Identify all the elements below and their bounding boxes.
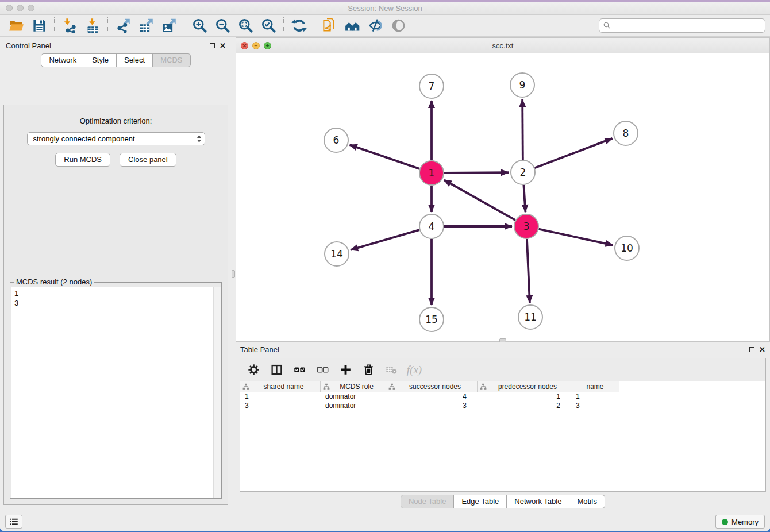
network-canvas[interactable]: 7968124314101511 bbox=[236, 54, 769, 341]
home-icon[interactable] bbox=[341, 17, 364, 34]
cell-successor-nodes[interactable]: 3 bbox=[386, 402, 478, 411]
zoom-in-icon[interactable] bbox=[188, 17, 211, 34]
column-header-successor-nodes[interactable]: successor nodes bbox=[386, 381, 478, 392]
float-panel-icon[interactable] bbox=[210, 43, 215, 48]
window-titlebar: Session: New Session bbox=[0, 2, 770, 15]
tab-motifs[interactable]: Motifs bbox=[569, 495, 605, 508]
mcds-result-group: MCDS result (2 nodes) 1 3 bbox=[10, 282, 222, 499]
export-network-icon[interactable] bbox=[111, 17, 134, 34]
edge-3-1[interactable] bbox=[444, 180, 515, 220]
edge-3-10[interactable] bbox=[538, 229, 613, 245]
edge-1-6[interactable] bbox=[350, 145, 420, 169]
table-tabs: Node TableEdge TableNetwork TableMotifs bbox=[236, 495, 770, 508]
mcds-panel: Optimization criterion: strongly connect… bbox=[3, 105, 228, 505]
edge-2-8[interactable] bbox=[535, 138, 613, 168]
edge-1-2[interactable] bbox=[444, 172, 509, 173]
window-controls bbox=[6, 5, 34, 11]
cell-shared-name[interactable]: 3 bbox=[240, 402, 321, 411]
close-table-panel-icon[interactable]: ✕ bbox=[759, 347, 765, 352]
cell-successor-nodes[interactable]: 4 bbox=[386, 392, 478, 402]
cell-shared-name[interactable]: 1 bbox=[240, 392, 321, 402]
zoom-selected-icon[interactable] bbox=[257, 17, 280, 34]
table-row[interactable]: 3dominator323 bbox=[240, 402, 765, 411]
optimization-criterion-dropdown[interactable]: strongly connected component bbox=[27, 132, 205, 145]
table-header-row: shared nameMCDS rolesuccessor nodesprede… bbox=[240, 381, 765, 392]
status-bar: Memory bbox=[0, 512, 770, 531]
edge-4-14[interactable] bbox=[351, 230, 419, 250]
run-mcds-button[interactable]: Run MCDS bbox=[55, 153, 110, 167]
deselect-all-icon[interactable] bbox=[315, 363, 330, 377]
open-folder-icon[interactable] bbox=[5, 17, 28, 34]
column-header-label: name bbox=[573, 383, 617, 391]
maximize-window-button[interactable] bbox=[28, 5, 34, 11]
network-view-window: ✕ − + scc.txt 7968124314101511 bbox=[236, 37, 770, 342]
save-icon[interactable] bbox=[28, 17, 51, 34]
cell-MCDS-role[interactable]: dominator bbox=[321, 402, 386, 411]
table-row[interactable]: 1dominator411 bbox=[240, 392, 765, 402]
export-table-icon[interactable] bbox=[134, 17, 157, 34]
splitter-grip[interactable] bbox=[232, 270, 235, 278]
cell-predecessor-nodes[interactable]: 2 bbox=[478, 402, 571, 411]
column-header-shared-name[interactable]: shared name bbox=[240, 381, 321, 392]
network-minimize-button[interactable]: − bbox=[252, 42, 260, 49]
export-image-icon[interactable] bbox=[157, 17, 180, 34]
node-label-3: 3 bbox=[523, 221, 530, 232]
column-header-label: shared name bbox=[249, 383, 318, 391]
eye-disabled-icon bbox=[387, 17, 410, 34]
tab-network-table[interactable]: Network Table bbox=[507, 495, 569, 508]
list-icon bbox=[9, 516, 19, 527]
column-header-name[interactable]: name bbox=[571, 381, 619, 392]
edge-2-9[interactable] bbox=[522, 99, 523, 160]
search-input[interactable] bbox=[614, 21, 761, 30]
float-table-panel-icon[interactable] bbox=[749, 347, 754, 352]
close-panel-button[interactable]: Close panel bbox=[120, 153, 176, 167]
cell-name[interactable]: 3 bbox=[571, 402, 619, 411]
cell-name[interactable]: 1 bbox=[571, 392, 619, 402]
mcds-result-list: 1 3 bbox=[14, 288, 213, 498]
dropdown-stepper-icon bbox=[196, 134, 202, 143]
edge-3-11[interactable] bbox=[527, 239, 530, 303]
toolbar-separator bbox=[54, 17, 55, 34]
minimize-window-button[interactable] bbox=[17, 5, 24, 11]
hide-panel-icon[interactable] bbox=[364, 17, 387, 34]
gear-icon[interactable] bbox=[246, 363, 261, 377]
network-window-titlebar: ✕ − + scc.txt bbox=[236, 38, 769, 53]
memory-status-icon bbox=[722, 519, 728, 525]
tab-select[interactable]: Select bbox=[117, 53, 153, 67]
tab-network[interactable]: Network bbox=[41, 53, 84, 67]
import-table-icon[interactable] bbox=[81, 17, 104, 34]
zoom-out-icon[interactable] bbox=[211, 17, 234, 34]
search-icon bbox=[603, 21, 611, 30]
select-all-icon[interactable] bbox=[292, 363, 307, 377]
task-history-button[interactable] bbox=[5, 515, 22, 529]
result-scrollbar[interactable] bbox=[213, 287, 221, 498]
cell-MCDS-role[interactable]: dominator bbox=[321, 392, 386, 402]
close-window-button[interactable] bbox=[6, 5, 13, 11]
optimization-criterion-label: Optimization criterion: bbox=[4, 117, 228, 125]
network-maximize-button[interactable]: + bbox=[264, 42, 271, 49]
refresh-icon[interactable] bbox=[287, 17, 310, 34]
edge-2-3[interactable] bbox=[523, 185, 525, 212]
column-header-MCDS-role[interactable]: MCDS role bbox=[321, 381, 386, 392]
import-network-icon[interactable] bbox=[58, 17, 81, 34]
function-builder-icon: f(x) bbox=[407, 363, 422, 377]
add-row-icon[interactable] bbox=[338, 363, 353, 377]
memory-button[interactable]: Memory bbox=[715, 515, 765, 529]
tab-edge-table[interactable]: Edge Table bbox=[454, 495, 507, 508]
search-box[interactable] bbox=[599, 18, 765, 33]
cell-predecessor-nodes[interactable]: 1 bbox=[478, 392, 571, 402]
close-panel-icon[interactable]: ✕ bbox=[220, 43, 226, 48]
tab-mcds[interactable]: MCDS bbox=[153, 53, 190, 67]
toolbar-separator bbox=[184, 17, 184, 34]
tab-node-table[interactable]: Node Table bbox=[401, 495, 455, 508]
toolbar-separator bbox=[283, 17, 284, 34]
new-session-icon[interactable] bbox=[318, 17, 341, 34]
zoom-fit-icon[interactable] bbox=[234, 17, 257, 34]
delete-rows-icon[interactable] bbox=[361, 363, 376, 377]
split-panel-icon[interactable] bbox=[269, 363, 284, 377]
network-close-button[interactable]: ✕ bbox=[241, 42, 248, 49]
column-header-predecessor-nodes[interactable]: predecessor nodes bbox=[478, 381, 571, 392]
tab-style[interactable]: Style bbox=[84, 53, 117, 67]
node-label-9: 9 bbox=[519, 79, 526, 91]
panel-splitter[interactable] bbox=[232, 37, 236, 512]
